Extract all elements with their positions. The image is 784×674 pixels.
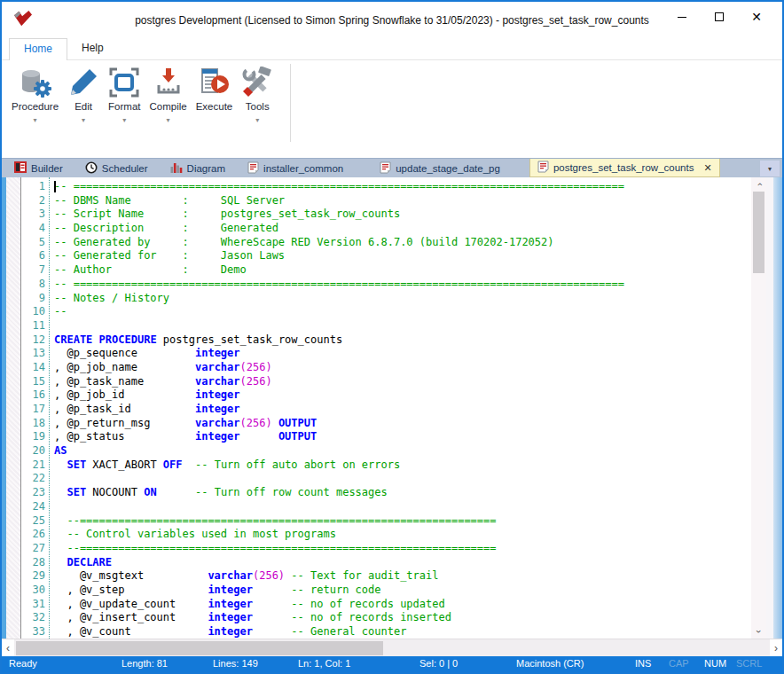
code-line[interactable]: -- Control variables used in most progra… xyxy=(54,528,751,542)
scroll-left-arrow-icon[interactable]: ‹ xyxy=(2,639,14,657)
code-line[interactable]: -- =====================================… xyxy=(54,278,751,292)
code-line[interactable]: , @p_task_id integer xyxy=(54,403,751,417)
code-line[interactable]: , @v_update_count integer -- no of recor… xyxy=(54,598,751,612)
code-line[interactable]: , @p_task_name varchar(256) xyxy=(54,375,751,389)
code-line[interactable] xyxy=(54,472,751,486)
edit-button[interactable]: Edit ▾ xyxy=(63,64,104,127)
tools-dropdown-caret[interactable]: ▾ xyxy=(255,116,259,125)
procedure-dropdown-caret[interactable]: ▾ xyxy=(34,116,37,125)
code-line[interactable]: -- DBMS Name : SQL Server xyxy=(54,194,751,208)
line-number[interactable]: 26 xyxy=(21,528,45,542)
line-number[interactable]: 18 xyxy=(21,417,45,431)
line-number[interactable]: 12 xyxy=(21,333,45,348)
tab-home[interactable]: Home xyxy=(9,38,67,60)
code-line[interactable]: SET NOCOUNT ON -- Turn off row count mes… xyxy=(54,486,751,500)
vertical-scrollbar[interactable]: › › xyxy=(751,177,766,639)
tab-update-stage-date-pg[interactable]: update_stage_date_pg xyxy=(372,159,507,177)
format-dropdown-caret[interactable]: ▾ xyxy=(122,116,126,125)
code-line[interactable]: @v_msgtext varchar(256) -- Text for audi… xyxy=(54,569,751,584)
code-line[interactable] xyxy=(54,319,751,333)
line-number[interactable]: 30 xyxy=(21,584,45,598)
code-line[interactable]: -- Script Name : postgres_set_task_row_c… xyxy=(54,208,751,222)
code-line[interactable]: , @v_count integer -- General counter xyxy=(54,625,751,639)
line-number[interactable]: 4 xyxy=(21,222,45,236)
compile-button[interactable]: Compile ▾ xyxy=(145,64,191,127)
tab-help[interactable]: Help xyxy=(67,38,118,59)
line-number[interactable]: 17 xyxy=(21,403,45,417)
code-line[interactable]: , @v_step integer -- return code xyxy=(54,584,751,598)
line-number[interactable]: 31 xyxy=(21,598,45,612)
code-line[interactable]: -- Generated for : Jason Laws xyxy=(54,249,751,263)
tab-builder[interactable]: Builder xyxy=(7,159,70,177)
code-line[interactable]: -- Generated by : WhereScape RED Version… xyxy=(54,236,751,250)
line-number[interactable]: 21 xyxy=(21,458,45,473)
close-button[interactable]: ✕ xyxy=(738,5,775,28)
editor-selection-margin[interactable] xyxy=(6,177,21,639)
scroll-down-arrow-icon[interactable]: › xyxy=(751,624,766,639)
line-number[interactable]: 16 xyxy=(21,388,45,403)
tab-overflow-dropdown[interactable]: ▾ xyxy=(760,161,780,176)
maximize-button[interactable] xyxy=(701,5,738,28)
line-number[interactable]: 20 xyxy=(21,444,45,458)
code-line[interactable]: AS xyxy=(54,444,751,458)
line-number[interactable]: 3 xyxy=(21,208,45,222)
code-line[interactable]: , @p_status integer OUTPUT xyxy=(54,430,751,444)
tab-installer-common[interactable]: installer_common xyxy=(240,159,350,177)
line-number[interactable]: 23 xyxy=(21,486,45,500)
code-line[interactable]: -- Notes / History xyxy=(54,292,751,306)
code-line[interactable]: , @v_insert_count integer -- no of recor… xyxy=(54,611,751,625)
code-line[interactable]: CREATE PROCEDURE postgres_set_task_row_c… xyxy=(54,333,751,348)
line-number[interactable]: 15 xyxy=(21,375,45,389)
procedure-button[interactable]: Procedure ▾ xyxy=(7,64,63,127)
tab-scheduler[interactable]: Scheduler xyxy=(78,159,155,177)
code-line[interactable]: @p_sequence integer xyxy=(54,347,751,361)
tools-button[interactable]: Tools ▾ xyxy=(237,64,278,127)
line-number[interactable]: 1 xyxy=(21,180,45,194)
edit-dropdown-caret[interactable]: ▾ xyxy=(82,116,85,125)
scroll-right-arrow-icon[interactable]: › xyxy=(770,639,782,657)
line-number[interactable]: 33 xyxy=(21,625,45,639)
line-number[interactable]: 29 xyxy=(21,569,45,584)
scroll-up-arrow-icon[interactable]: › xyxy=(751,177,766,192)
code-line[interactable]: , @p_job_id integer xyxy=(54,388,751,403)
horizontal-scrollbar[interactable]: ‹ › xyxy=(2,639,782,656)
line-number[interactable]: 25 xyxy=(21,514,45,529)
line-number[interactable]: 9 xyxy=(21,292,45,306)
code-line[interactable]: --======================================… xyxy=(54,542,751,556)
line-number[interactable]: 7 xyxy=(21,263,45,278)
line-number[interactable]: 13 xyxy=(21,347,45,361)
minimize-button[interactable] xyxy=(663,5,701,28)
compile-dropdown-caret[interactable]: ▾ xyxy=(167,116,170,125)
line-number[interactable]: 10 xyxy=(21,305,45,319)
code-line[interactable]: DECLARE xyxy=(54,556,751,570)
format-button[interactable]: Format ▾ xyxy=(104,64,145,127)
line-number[interactable]: 8 xyxy=(21,278,45,292)
code-line[interactable]: --======================================… xyxy=(54,514,751,529)
code-line[interactable]: , @p_return_msg varchar(256) OUTPUT xyxy=(54,417,751,431)
tab-diagram[interactable]: Diagram xyxy=(163,159,232,177)
line-number[interactable]: 14 xyxy=(21,361,45,375)
tab-postgres-set-task-row-counts[interactable]: postgres_set_task_row_counts ✕ xyxy=(529,159,720,177)
code-line[interactable]: -- Author : Demo xyxy=(54,263,751,278)
execute-button[interactable]: Execute xyxy=(192,64,238,127)
code-line[interactable]: -- Description : Generated xyxy=(54,222,751,236)
line-number[interactable]: 11 xyxy=(21,319,45,333)
code-line[interactable]: , @p_job_name varchar(256) xyxy=(54,361,751,375)
tab-close-icon[interactable]: ✕ xyxy=(703,162,711,174)
line-number[interactable]: 27 xyxy=(21,542,45,556)
line-number[interactable]: 6 xyxy=(21,249,45,263)
code-line[interactable]: -- xyxy=(54,305,751,319)
vertical-scroll-track[interactable] xyxy=(751,192,766,624)
line-number[interactable]: 2 xyxy=(21,194,45,208)
code-line[interactable]: SET XACT_ABORT OFF -- Turn off auto abor… xyxy=(54,458,751,473)
code-line[interactable] xyxy=(54,500,751,514)
code-line[interactable]: -- =====================================… xyxy=(54,180,751,194)
vertical-scroll-thumb[interactable] xyxy=(753,192,764,273)
line-number[interactable]: 19 xyxy=(21,430,45,444)
line-number-gutter[interactable]: 1234567891011121314151617181920212223242… xyxy=(21,177,50,639)
code-area[interactable]: -- =====================================… xyxy=(50,177,751,639)
horizontal-scroll-thumb[interactable] xyxy=(16,641,383,655)
line-number[interactable]: 22 xyxy=(21,472,45,486)
line-number[interactable]: 32 xyxy=(21,611,45,625)
line-number[interactable]: 28 xyxy=(21,556,45,570)
